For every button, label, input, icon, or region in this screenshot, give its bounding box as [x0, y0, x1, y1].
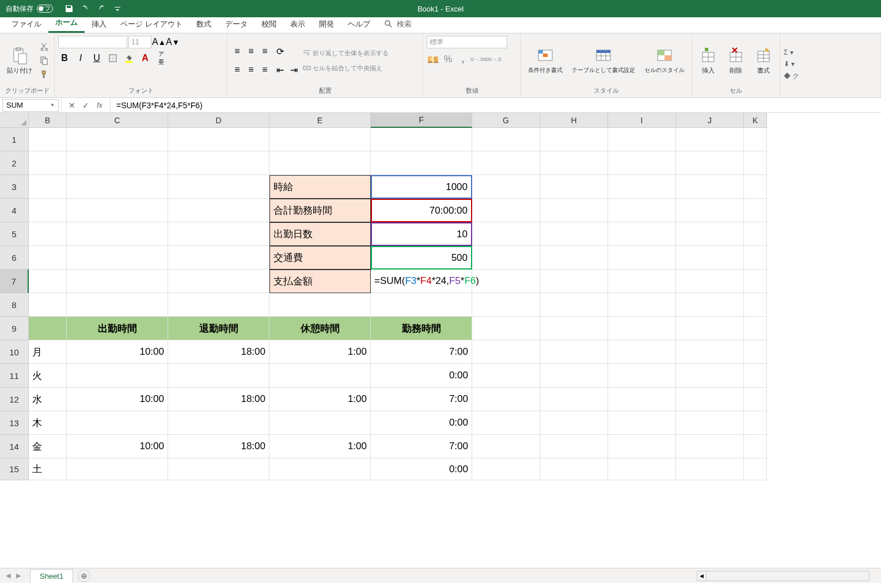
font-color-button[interactable]: A — [139, 52, 151, 65]
cell-B1[interactable] — [29, 128, 67, 151]
cell-E13[interactable] — [269, 411, 371, 435]
cell-F1[interactable] — [371, 128, 472, 151]
cell-J12[interactable] — [676, 388, 744, 411]
col-header-K[interactable]: K — [744, 113, 767, 128]
cell-F13[interactable]: 0:00 — [371, 411, 472, 435]
cell-K6[interactable] — [744, 246, 767, 270]
cell-D1[interactable] — [168, 128, 269, 151]
cell-I6[interactable] — [608, 246, 676, 270]
copy-button[interactable] — [38, 54, 51, 67]
cell-J15[interactable] — [676, 458, 744, 480]
cell-E10[interactable]: 1:00 — [269, 340, 371, 364]
cell-H11[interactable] — [540, 364, 608, 388]
cell-K15[interactable] — [744, 458, 767, 480]
tab-page-layout[interactable]: ページ レイアウト — [113, 16, 189, 33]
cell-G3[interactable] — [472, 175, 540, 199]
col-header-H[interactable]: H — [540, 113, 608, 128]
increase-font-button[interactable]: A▲ — [153, 36, 165, 48]
cell-K13[interactable] — [744, 411, 767, 435]
cell-G6[interactable] — [472, 246, 540, 270]
cell-K4[interactable] — [744, 199, 767, 222]
cell-D5[interactable] — [168, 222, 269, 246]
save-icon[interactable] — [64, 4, 74, 13]
insert-cells-button[interactable]: 挿入 — [696, 36, 721, 85]
cell-C15[interactable] — [67, 458, 168, 480]
cell-F6[interactable]: 500 — [371, 246, 472, 270]
cell-G2[interactable] — [472, 151, 540, 175]
cell-E11[interactable] — [269, 364, 371, 388]
cell-I9[interactable] — [608, 317, 676, 340]
cell-C12[interactable]: 10:00 — [67, 388, 168, 411]
cell-H13[interactable] — [540, 411, 608, 435]
align-middle-button[interactable]: ≡ — [245, 45, 257, 58]
font-family-combo[interactable] — [58, 36, 127, 48]
cell-E12[interactable]: 1:00 — [269, 388, 371, 411]
row-header-3[interactable]: 3 — [0, 175, 29, 199]
cell-H10[interactable] — [540, 340, 608, 364]
cell-G12[interactable] — [472, 388, 540, 411]
cell-E9[interactable]: 休憩時間 — [269, 317, 371, 340]
align-top-button[interactable]: ≡ — [231, 45, 244, 58]
wrap-text-button[interactable]: 折り返して全体を表示する — [302, 48, 389, 58]
cell-C5[interactable] — [67, 222, 168, 246]
cell-K7[interactable] — [744, 270, 767, 293]
row-header-6[interactable]: 6 — [0, 246, 29, 270]
cell-G13[interactable] — [472, 411, 540, 435]
name-box[interactable]: SUM ▼ — [2, 99, 59, 112]
cell-B13[interactable]: 木 — [29, 411, 67, 435]
cell-E2[interactable] — [269, 151, 371, 175]
cell-I10[interactable] — [608, 340, 676, 364]
decrease-indent-button[interactable]: ⇤ — [274, 63, 286, 76]
cell-J7[interactable] — [676, 270, 744, 293]
row-header-8[interactable]: 8 — [0, 293, 29, 317]
cell-K9[interactable] — [744, 317, 767, 340]
cell-H4[interactable] — [540, 199, 608, 222]
col-header-B[interactable]: B — [29, 113, 67, 128]
cell-I4[interactable] — [608, 199, 676, 222]
cell-H6[interactable] — [540, 246, 608, 270]
sheet-tab[interactable]: Sheet1 — [30, 569, 73, 583]
clear-button[interactable]: ◆ ク — [784, 71, 799, 81]
format-painter-button[interactable] — [38, 68, 51, 81]
cell-H12[interactable] — [540, 388, 608, 411]
cell-E7[interactable]: 支払金額 — [269, 270, 371, 293]
cell-I8[interactable] — [608, 293, 676, 317]
cell-I3[interactable] — [608, 175, 676, 199]
format-as-table-button[interactable]: テーブルとして書式設定 — [568, 36, 639, 85]
phonetic-button[interactable]: ア亜 — [155, 52, 168, 65]
cell-H3[interactable] — [540, 175, 608, 199]
cell-D12[interactable]: 18:00 — [168, 388, 269, 411]
cell-G11[interactable] — [472, 364, 540, 388]
paste-button[interactable]: 貼り付け — [3, 36, 36, 85]
cell-H15[interactable] — [540, 458, 608, 480]
increase-decimal-button[interactable]: .0→.00 — [472, 53, 484, 66]
confirm-formula-button[interactable]: ✓ — [81, 101, 90, 110]
cell-B15[interactable]: 土 — [29, 458, 67, 480]
cell-styles-button[interactable]: セルのスタイル — [641, 36, 688, 85]
align-bottom-button[interactable]: ≡ — [259, 45, 271, 58]
cell-I1[interactable] — [608, 128, 676, 151]
number-format-combo[interactable] — [427, 36, 507, 48]
cell-I13[interactable] — [608, 411, 676, 435]
row-header-2[interactable]: 2 — [0, 151, 29, 175]
row-header-12[interactable]: 12 — [0, 388, 29, 411]
cell-B8[interactable] — [29, 293, 67, 317]
cell-B11[interactable]: 火 — [29, 364, 67, 388]
cell-F10[interactable]: 7:00 — [371, 340, 472, 364]
cell-C14[interactable]: 10:00 — [67, 435, 168, 458]
percent-button[interactable]: % — [442, 53, 454, 66]
cell-B6[interactable] — [29, 246, 67, 270]
cell-B12[interactable]: 水 — [29, 388, 67, 411]
increase-indent-button[interactable]: ⇥ — [287, 63, 300, 76]
tab-developer[interactable]: 開発 — [312, 16, 341, 33]
format-cells-button[interactable]: 書式 — [751, 36, 776, 85]
row-header-5[interactable]: 5 — [0, 222, 29, 246]
cut-button[interactable] — [38, 40, 51, 53]
align-center-button[interactable]: ≡ — [245, 63, 257, 76]
cell-D4[interactable] — [168, 199, 269, 222]
row-header-10[interactable]: 10 — [0, 340, 29, 364]
cell-D6[interactable] — [168, 246, 269, 270]
cell-G7[interactable] — [472, 270, 540, 293]
col-header-C[interactable]: C — [67, 113, 168, 128]
cell-B14[interactable]: 金 — [29, 435, 67, 458]
